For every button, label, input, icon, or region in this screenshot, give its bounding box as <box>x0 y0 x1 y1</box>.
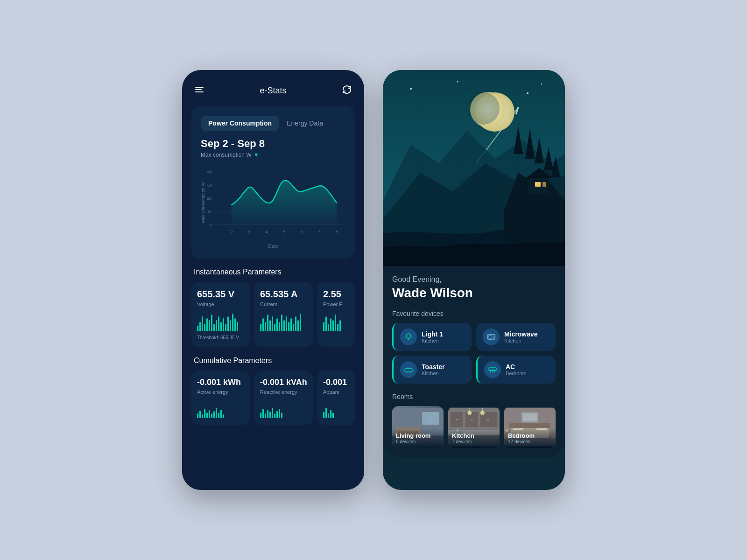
right-phone: Good Evening, Wade Wilson Favourite devi… <box>383 70 565 490</box>
svg-text:5: 5 <box>283 229 285 234</box>
night-scene <box>383 70 565 266</box>
night-scene-illustration <box>383 70 565 266</box>
power-factor-label: Power F <box>323 301 349 307</box>
current-card: 65.535 A Current <box>254 282 313 347</box>
toaster-info: Toaster Kitchen <box>422 363 445 376</box>
reactive-energy-value: -0.001 kVAh <box>260 378 307 387</box>
room-card-bedroom[interactable]: Bedroom 12 devices <box>504 406 556 448</box>
svg-point-39 <box>493 336 494 337</box>
svg-text:2: 2 <box>230 229 233 234</box>
svg-point-24 <box>527 92 529 94</box>
favourite-devices-grid: Light 1 Kitchen Mic <box>392 323 556 384</box>
microwave-icon <box>483 329 500 345</box>
svg-point-40 <box>493 338 494 339</box>
active-energy-sparkline <box>197 399 244 418</box>
phone-header: e-Stats <box>191 84 355 97</box>
voltage-sparkline <box>197 313 244 331</box>
tab-energy-data[interactable]: Energy Data <box>279 116 331 131</box>
svg-point-36 <box>406 334 411 338</box>
kitchen-devices: 7 devices <box>452 439 496 444</box>
power-factor-value: 2.55 <box>323 289 349 300</box>
apparent-energy-sparkline <box>323 399 349 418</box>
ac-info: AC Bedroom <box>506 363 527 376</box>
max-consumption-label: Max consumption W ▼ <box>201 152 345 158</box>
bedroom-overlay: Bedroom 12 devices <box>504 428 556 448</box>
fav-device-toaster[interactable]: Toaster Kitchen <box>392 356 472 384</box>
screens-container: e-Stats Power Consumption Energy Data Se… <box>182 70 565 490</box>
reactive-energy-sparkline <box>260 399 307 418</box>
current-sparkline <box>260 313 307 331</box>
fav-device-ac[interactable]: AC Bedroom <box>476 356 556 384</box>
svg-point-70 <box>467 411 472 415</box>
svg-point-23 <box>457 81 458 83</box>
svg-text:2k: 2k <box>207 196 212 201</box>
toaster-name: Toaster <box>422 363 445 371</box>
power-consumption-card: Power Consumption Energy Data Sep 2 - Se… <box>191 106 355 259</box>
power-chart-svg: 4k 3k 2k 1k 0 2 3 4 5 6 7 8 Max Consumpt… <box>201 165 345 240</box>
svg-rect-34 <box>535 182 541 187</box>
living-room-name: Living room <box>396 432 440 439</box>
tab-power-consumption[interactable]: Power Consumption <box>201 116 279 131</box>
svg-point-25 <box>541 84 543 85</box>
apparent-energy-value: -0.001 <box>323 378 349 387</box>
svg-rect-2 <box>195 91 204 92</box>
left-phone: e-Stats Power Consumption Energy Data Se… <box>182 70 364 490</box>
apparent-energy-card: -0.001 Appare <box>317 371 355 425</box>
svg-text:Max Consumption W: Max Consumption W <box>201 182 205 223</box>
living-room-devices: 8 devices <box>396 439 440 444</box>
svg-rect-38 <box>488 336 492 338</box>
ac-room: Bedroom <box>506 371 527 376</box>
svg-point-31 <box>467 92 500 125</box>
svg-rect-0 <box>195 87 204 88</box>
rooms-grid: Living room 8 devices <box>392 406 556 448</box>
svg-point-43 <box>490 369 491 370</box>
apparent-energy-label: Appare <box>323 389 349 395</box>
svg-text:1k: 1k <box>207 209 212 214</box>
light1-info: Light 1 Kitchen <box>422 330 443 343</box>
microwave-info: Microwave Kitchen <box>504 330 538 343</box>
light1-name: Light 1 <box>422 330 443 338</box>
menu-icon[interactable] <box>194 84 205 97</box>
bedroom-devices: 12 devices <box>508 439 552 444</box>
fav-device-microwave[interactable]: Microwave Kitchen <box>476 323 556 351</box>
svg-point-22 <box>410 88 412 90</box>
svg-rect-1 <box>195 89 202 90</box>
kitchen-overlay: Kitchen 7 devices <box>448 428 500 448</box>
reactive-energy-card: -0.001 kVAh Reactive energy <box>254 371 313 425</box>
rooms-title: Rooms <box>392 393 556 400</box>
light-icon <box>400 329 417 345</box>
ac-name: AC <box>506 363 527 371</box>
toaster-room: Kitchen <box>422 371 445 376</box>
toaster-icon <box>400 361 417 378</box>
svg-text:3k: 3k <box>207 182 212 188</box>
microwave-room: Kitchen <box>504 338 538 343</box>
threshold-label: Threshold: 655.35 V <box>197 335 244 340</box>
ac-icon <box>484 361 501 378</box>
instantaneous-params-row: 655.35 V Voltage <box>191 282 355 347</box>
x-axis-label: Date <box>201 244 345 249</box>
svg-rect-80 <box>509 423 550 428</box>
current-value: 65.535 A <box>260 289 307 300</box>
current-label: Current <box>260 301 307 307</box>
svg-rect-85 <box>522 413 537 421</box>
room-card-living[interactable]: Living room 8 devices <box>392 406 444 448</box>
svg-text:6: 6 <box>300 229 303 234</box>
microwave-name: Microwave <box>504 330 538 338</box>
date-range: Sep 2 - Sep 8 <box>201 138 345 150</box>
fav-device-light1[interactable]: Light 1 Kitchen <box>392 323 472 351</box>
cumulative-title: Cumulative Parameters <box>191 357 355 365</box>
active-energy-card: -0.001 kWh Active energy <box>191 371 250 425</box>
room-card-kitchen[interactable]: Kitchen 7 devices <box>448 406 500 448</box>
refresh-icon[interactable] <box>341 84 352 97</box>
right-content: Good Evening, Wade Wilson Favourite devi… <box>383 266 565 457</box>
power-factor-sparkline <box>323 313 349 331</box>
app-title: e-Stats <box>260 86 286 96</box>
power-factor-card: 2.55 Power F <box>317 282 355 347</box>
dropdown-arrow-icon[interactable]: ▼ <box>254 152 259 158</box>
cumulative-params-row: -0.001 kWh Active energy <box>191 371 355 425</box>
chart-area: 4k 3k 2k 1k 0 2 3 4 5 6 7 8 Max Consumpt… <box>201 165 345 249</box>
svg-rect-41 <box>405 369 412 372</box>
active-energy-label: Active energy <box>197 389 244 395</box>
living-room-overlay: Living room 8 devices <box>392 428 444 448</box>
voltage-label: Voltage <box>197 301 244 307</box>
